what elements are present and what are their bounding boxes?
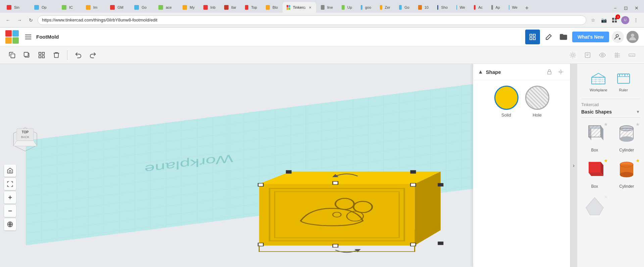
zoom-out-button[interactable]: − [4,205,16,217]
view-button[interactable] [596,48,609,62]
shape-star-1[interactable]: ★ [604,122,608,127]
tab-op[interactable]: Op [30,2,57,13]
group-button[interactable] [35,48,48,62]
forward-button[interactable]: → [15,15,24,25]
tab-go1[interactable]: Go [130,2,154,13]
build-button[interactable] [543,31,555,43]
grid-view-button[interactable] [525,30,540,44]
svg-rect-15 [24,52,28,56]
menu-button[interactable] [24,33,32,41]
ruler-panel-button[interactable]: Ruler [613,68,634,95]
shape-lock-button[interactable] [545,67,554,77]
shapes-library-name[interactable]: Basic Shapes ▼ [577,109,644,117]
tab-sho[interactable]: Sho [433,2,452,13]
duplicate-button[interactable] [20,48,34,62]
shape-star-3[interactable]: ★ [604,158,608,163]
shape-placeholder-1[interactable]: ★ [581,194,608,218]
tab-ac[interactable]: Ac [470,2,487,13]
view-options-button[interactable] [4,218,16,230]
svg-rect-9 [530,37,532,39]
folder-button[interactable] [557,31,569,43]
library-dropdown-icon[interactable]: ▼ [636,109,640,114]
extension-button[interactable]: 3 [610,15,619,25]
tool-bar [0,46,644,64]
home-view-button[interactable] [4,165,16,177]
tab-ap[interactable]: Ap [487,2,504,13]
tab-close-tinkercad[interactable]: ✕ [308,5,312,10]
tab-ace[interactable]: ace [154,2,178,13]
fit-view-button[interactable] [4,178,16,190]
shape-star-2[interactable]: ★ [636,122,640,127]
tab-sin[interactable]: Sin [3,2,30,13]
tab-llar[interactable]: llar [220,2,240,13]
profile-button[interactable]: U [621,15,630,25]
whats-new-button[interactable]: What's New [572,32,609,42]
shape-cylinder-orange-label: Cylinder [619,184,634,189]
zoom-in-button[interactable]: + [4,191,16,204]
address-bar[interactable]: https://www.tinkercad.com/things/0iIrbY8… [38,15,586,25]
shape-star-5[interactable]: ★ [604,194,608,199]
tab-we1[interactable]: We [452,2,469,13]
hole-option[interactable]: Hole [525,86,549,118]
tab-my[interactable]: My [179,2,199,13]
tab-go2[interactable]: Go [395,2,413,13]
grid-button[interactable] [610,48,624,62]
redo-button[interactable] [86,48,100,62]
tinkercad-logo[interactable] [5,30,19,44]
orientation-cube[interactable]: TOP BACK [10,126,40,156]
user-avatar[interactable] [627,31,639,43]
svg-point-11 [616,34,618,37]
shape-box-gray[interactable]: ★ [581,122,608,152]
tab-up[interactable]: Up [338,2,356,13]
shape-light-button[interactable] [556,67,565,77]
tab-tinkercad[interactable]: Tinkercad ✕ [283,2,316,13]
maximize-button[interactable]: ⊡ [621,3,631,13]
add-user-button[interactable] [612,31,624,43]
back-button[interactable]: ← [3,15,13,25]
hole-label: Hole [533,113,542,118]
tab-goo[interactable]: goo [357,2,375,13]
reload-button[interactable]: ↻ [26,15,36,25]
tab-zer[interactable]: Zer [376,2,394,13]
browser-frame: Sin Op IC Im GM Go ace My Inb llar Top B… [0,0,644,267]
shape-star-4[interactable]: ★ [636,158,640,163]
tab-inb[interactable]: Inb [199,2,219,13]
shape-cylinder-gray[interactable]: ★ [613,122,640,152]
copy-button[interactable] [5,48,19,62]
settings-button[interactable]: ⋮ [631,15,641,25]
top-nav-actions: What's New [525,30,639,44]
shape-box-red[interactable]: ★ [581,158,608,189]
ruler-button[interactable] [625,48,639,62]
view-controls: + − [4,165,16,230]
tab-top[interactable]: Top [241,2,261,13]
svg-text:TOP: TOP [22,130,29,134]
tab-im[interactable]: Im [82,2,105,13]
tab-ic[interactable]: IC [58,2,81,13]
svg-marker-81 [601,126,603,140]
delete-button[interactable] [50,48,63,62]
light-button[interactable] [566,48,580,62]
close-button[interactable]: ✕ [632,3,641,13]
note-button[interactable] [581,48,594,62]
tab-blo[interactable]: Blo [262,2,282,13]
viewport[interactable]: Workplane [0,64,570,267]
tab-we2[interactable]: We [505,2,522,13]
app-content: FootMold [0,28,644,267]
tab-gm[interactable]: GM [106,2,130,13]
shape-collapse-button[interactable]: ▲ [478,69,483,75]
screenshot-button[interactable]: 📷 [599,15,608,25]
shape-panel-title: Shape [486,69,542,75]
tab-line[interactable]: line [317,2,337,13]
new-tab-button[interactable]: + [522,3,532,13]
svg-line-67 [598,73,605,77]
workplane-button[interactable]: Workplane [587,68,610,95]
right-panel-container: › [570,64,644,267]
solid-option[interactable]: Solid [494,86,518,118]
panel-collapse-arrow[interactable]: › [570,64,577,267]
tab-10[interactable]: 10 [414,2,433,13]
minimize-button[interactable]: − [610,3,620,13]
undo-button[interactable] [71,48,85,62]
bookmark-button[interactable]: ☆ [588,15,598,25]
toolbar-separator-1 [67,50,67,60]
shape-cylinder-orange[interactable]: ★ Cylinder [613,158,640,189]
